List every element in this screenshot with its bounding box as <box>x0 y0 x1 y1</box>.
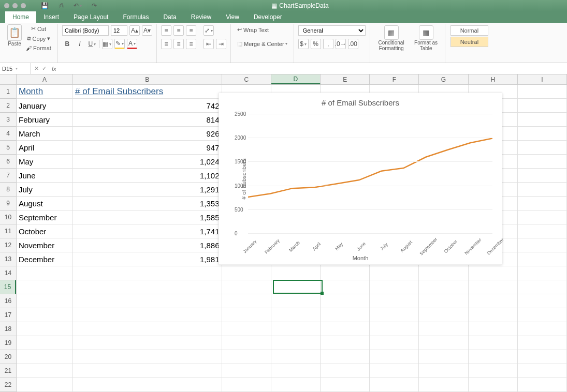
row-header-8[interactable]: 8 <box>0 183 16 197</box>
embedded-chart[interactable]: # of Email Subscribers # of Subscribers … <box>219 93 502 265</box>
cell-B13[interactable]: 1,981 <box>73 252 222 266</box>
column-header-G[interactable]: G <box>419 74 468 84</box>
cell-G17[interactable] <box>419 308 468 322</box>
paste-button[interactable]: 📋 <box>7 24 22 41</box>
cell-C18[interactable] <box>222 322 271 336</box>
redo-icon[interactable]: ↷ <box>89 1 99 11</box>
row-header-2[interactable]: 2 <box>0 99 16 113</box>
cell-C14[interactable] <box>222 266 271 280</box>
cell-F15[interactable] <box>370 280 419 294</box>
cut-button[interactable]: ✂︎ Cut <box>24 24 53 33</box>
cell-B12[interactable]: 1,886 <box>73 238 222 252</box>
currency-icon[interactable]: $ <box>298 39 309 49</box>
zoom-window-icon[interactable] <box>21 3 26 8</box>
cell-D20[interactable] <box>271 350 321 364</box>
ribbon-tab-home[interactable]: Home <box>5 11 36 23</box>
cell-H16[interactable] <box>469 294 518 308</box>
percent-icon[interactable]: % <box>311 39 321 49</box>
row-header-1[interactable]: 1 <box>0 85 16 99</box>
cell-style-normal[interactable]: Normal <box>450 25 488 36</box>
cell-E17[interactable] <box>321 308 370 322</box>
cell-I3[interactable] <box>518 113 567 127</box>
cell-F21[interactable] <box>370 364 419 378</box>
cell-C17[interactable] <box>222 308 271 322</box>
cell-F14[interactable] <box>370 266 419 280</box>
spreadsheet-grid[interactable]: ABCDEFGHI 123456789101112131415161718192… <box>0 74 567 392</box>
ribbon-tab-view[interactable]: View <box>219 11 246 23</box>
cell-F19[interactable] <box>370 336 419 350</box>
cell-D22[interactable] <box>271 378 321 392</box>
cell-G14[interactable] <box>419 266 468 280</box>
cell-B9[interactable]: 1,353 <box>73 197 222 210</box>
cell-A13[interactable]: December <box>17 252 73 266</box>
align-left-icon[interactable]: ≡ <box>161 39 171 49</box>
column-header-B[interactable]: B <box>73 74 222 84</box>
cell-C21[interactable] <box>222 364 271 378</box>
underline-button[interactable]: U <box>87 39 97 49</box>
cell-I16[interactable] <box>518 294 567 308</box>
row-header-14[interactable]: 14 <box>0 266 16 280</box>
cell-A14[interactable] <box>17 266 73 280</box>
increase-font-icon[interactable]: A▴ <box>129 25 140 36</box>
cell-B17[interactable] <box>73 308 222 322</box>
font-size-select[interactable] <box>111 25 127 36</box>
cell-A20[interactable] <box>17 350 73 364</box>
name-box[interactable]: D15 ▾ <box>0 63 31 74</box>
cell-B5[interactable]: 947 <box>73 141 222 155</box>
row-header-20[interactable]: 20 <box>0 350 16 364</box>
close-window-icon[interactable] <box>4 3 9 8</box>
column-header-A[interactable]: A <box>17 74 73 84</box>
merge-center-button[interactable]: ⬚ Merge & Center <box>235 39 289 48</box>
cell-A10[interactable]: September <box>17 210 73 224</box>
cell-I11[interactable] <box>518 224 567 238</box>
cell-I9[interactable] <box>518 197 567 210</box>
cell-A12[interactable]: November <box>17 238 73 252</box>
cell-I13[interactable] <box>518 252 567 266</box>
cell-A6[interactable]: May <box>17 155 73 169</box>
cell-G18[interactable] <box>419 322 468 336</box>
cell-E18[interactable] <box>321 322 370 336</box>
formula-input[interactable] <box>59 63 567 74</box>
cell-B3[interactable]: 814 <box>73 113 222 127</box>
cell-I10[interactable] <box>518 210 567 224</box>
conditional-formatting-button[interactable]: ▦ Conditional Formatting <box>374 24 409 62</box>
cell-A3[interactable]: February <box>17 113 73 127</box>
column-header-I[interactable]: I <box>518 74 567 84</box>
increase-decimal-icon[interactable]: .0→ <box>336 39 346 49</box>
cell-I20[interactable] <box>518 350 567 364</box>
cell-A7[interactable]: June <box>17 169 73 183</box>
decrease-decimal-icon[interactable]: .00 <box>348 39 358 49</box>
row-header-21[interactable]: 21 <box>0 364 16 378</box>
cell-F18[interactable] <box>370 322 419 336</box>
cell-F16[interactable] <box>370 294 419 308</box>
select-all-corner[interactable] <box>0 74 17 85</box>
format-as-table-button[interactable]: ▦ Format as Table <box>412 24 441 62</box>
column-header-E[interactable]: E <box>321 74 370 84</box>
align-center-icon[interactable]: ≡ <box>173 39 184 49</box>
cell-I15[interactable] <box>518 280 567 294</box>
cell-A5[interactable]: April <box>17 141 73 155</box>
font-color-button[interactable]: A <box>127 39 137 49</box>
column-header-C[interactable]: C <box>222 74 271 84</box>
cell-H18[interactable] <box>469 322 518 336</box>
cell-G20[interactable] <box>419 350 468 364</box>
cell-B6[interactable]: 1,024 <box>73 155 222 169</box>
cell-I12[interactable] <box>518 238 567 252</box>
cancel-formula-icon[interactable]: ✕ <box>34 65 39 72</box>
align-bottom-icon[interactable]: ≡ <box>186 25 196 36</box>
align-right-icon[interactable]: ≡ <box>186 39 196 49</box>
cell-I7[interactable] <box>518 169 567 183</box>
row-header-5[interactable]: 5 <box>0 141 16 155</box>
cell-H17[interactable] <box>469 308 518 322</box>
cell-B20[interactable] <box>73 350 222 364</box>
cell-A22[interactable] <box>17 378 73 392</box>
accept-formula-icon[interactable]: ✓ <box>42 65 47 72</box>
cell-I1[interactable] <box>518 85 567 99</box>
cell-G21[interactable] <box>419 364 468 378</box>
cell-A17[interactable] <box>17 308 73 322</box>
orientation-icon[interactable]: ⤢ <box>203 25 214 36</box>
cell-B22[interactable] <box>73 378 222 392</box>
cell-H19[interactable] <box>469 336 518 350</box>
ribbon-tab-review[interactable]: Review <box>184 11 219 23</box>
cell-F22[interactable] <box>370 378 419 392</box>
